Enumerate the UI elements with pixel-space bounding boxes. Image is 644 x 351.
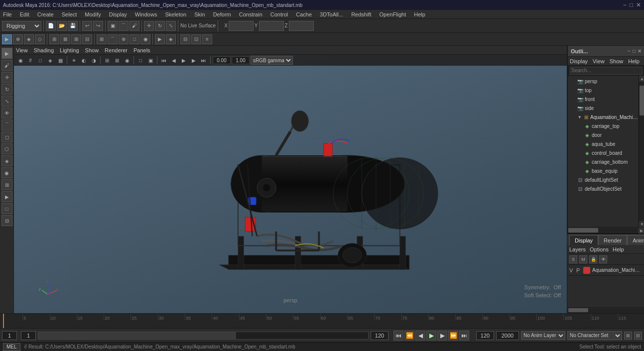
snap-view-btn[interactable]: ◉	[140, 34, 150, 44]
paint-select-tool[interactable]: 🖌	[1, 60, 12, 71]
outliner-restore-btn[interactable]: □	[633, 48, 636, 54]
outliner-vscroll-thumb[interactable]	[640, 86, 644, 116]
rotate-tool[interactable]: ↻	[1, 84, 12, 95]
menu-modify[interactable]: Modify	[84, 11, 102, 17]
menu-constrain[interactable]: Constrain	[238, 11, 263, 17]
tree-item-aquamation[interactable]: ▼ ⊞ Aquamation_Machine_C...	[568, 113, 639, 121]
light1-btn[interactable]: ☀	[69, 56, 78, 65]
open-file-btn[interactable]: 📂	[57, 21, 67, 31]
anim-tool[interactable]: ▶	[1, 191, 12, 202]
skip-start-btn[interactable]: ⏮	[393, 331, 403, 341]
undo-btn[interactable]: ↩	[82, 21, 92, 31]
menu-file[interactable]: File	[2, 11, 13, 17]
play-fwd-btn[interactable]: ▶	[426, 331, 436, 341]
curve-tool[interactable]: ⌒	[1, 119, 12, 130]
close-button[interactable]: ✕	[636, 1, 641, 8]
scale-btn[interactable]: ⊞	[71, 34, 81, 44]
vscroll-down-btn[interactable]: ▼	[639, 221, 644, 227]
playback-speed-input[interactable]: 2000	[496, 331, 519, 340]
next-key-btn[interactable]: ▶	[189, 56, 198, 65]
render-tool[interactable]: □	[1, 203, 12, 214]
surface-tool[interactable]: ◻	[1, 131, 12, 142]
light3-btn[interactable]: ◑	[89, 56, 98, 65]
node-editor-btn[interactable]: ⊡	[191, 34, 201, 44]
ipr-btn[interactable]: ◈	[166, 34, 176, 44]
prev-frame-btn[interactable]: ◀	[415, 331, 425, 341]
show-hide-tool[interactable]: 👁	[1, 108, 12, 118]
hscroll-thumb[interactable]	[568, 228, 598, 233]
char-set-select[interactable]: No Character Set	[567, 331, 622, 340]
x-field[interactable]	[229, 21, 254, 31]
vscroll-up-btn[interactable]: ▲	[639, 76, 644, 82]
rotate-tool-btn[interactable]: ↻	[155, 21, 165, 31]
channel-hscroll[interactable]	[567, 307, 644, 313]
render-btn[interactable]: ▶	[155, 34, 165, 44]
tree-item-carriage-bottom[interactable]: ◈ carriage_bottom	[568, 157, 639, 166]
menu-3dtoall[interactable]: 3DToAll...	[319, 11, 344, 17]
lasso-tool-btn[interactable]: ⌒	[119, 21, 129, 31]
maximize-button[interactable]: □	[630, 1, 633, 8]
anim-tab[interactable]: Anim	[627, 235, 644, 245]
select-tool[interactable]: ▶	[1, 48, 12, 59]
software-btn[interactable]: ▣	[146, 56, 155, 65]
menu-control[interactable]: Control	[269, 11, 289, 17]
vp-menu-view[interactable]: View	[16, 47, 28, 53]
hardware-btn[interactable]: □	[136, 56, 145, 65]
menu-display[interactable]: Display	[108, 11, 128, 17]
channels-menu-layers[interactable]: Layers	[569, 246, 586, 252]
tree-item-top[interactable]: 📷 top	[568, 86, 639, 95]
menu-skin[interactable]: Skin	[193, 11, 206, 17]
vp-menu-show[interactable]: Show	[85, 47, 99, 53]
menu-edit[interactable]: Edit	[19, 11, 30, 17]
new-file-btn[interactable]: 📄	[46, 21, 56, 31]
tree-item-side[interactable]: 📷 side	[568, 104, 639, 113]
vp-menu-panels[interactable]: Panels	[133, 47, 150, 53]
play-btn[interactable]: ▶	[179, 56, 188, 65]
char-set-btn1[interactable]: ⊞	[624, 332, 632, 340]
show-all-btn[interactable]: ⊞	[103, 56, 112, 65]
menu-select[interactable]: Select	[61, 11, 78, 17]
channel-mute-btn[interactable]: M	[579, 255, 587, 263]
menu-deform[interactable]: Deform	[212, 11, 232, 17]
minimize-button[interactable]: −	[623, 1, 627, 8]
channels-menu-help[interactable]: Help	[613, 246, 624, 252]
vp-menu-renderer[interactable]: Renderer	[105, 47, 128, 53]
select-hierarchy-btn[interactable]: ⊕	[13, 34, 23, 44]
tree-item-default-object-set[interactable]: ⊡ defaultObjectSet	[568, 184, 639, 193]
vp-menu-shading[interactable]: Shading	[34, 47, 54, 53]
paint-select-btn[interactable]: 🖌	[129, 21, 139, 31]
char-set-btn2[interactable]: ⊟	[634, 332, 642, 340]
scale-tool-btn[interactable]: ⤡	[166, 21, 176, 31]
next-frame-btn[interactable]: ⏭	[199, 56, 208, 65]
hscroll-right-btn[interactable]: ▶	[639, 228, 644, 234]
select-tool-btn[interactable]: ▣	[108, 21, 118, 31]
polygon-tool[interactable]: ⬡	[1, 143, 12, 154]
render-tab[interactable]: Render	[598, 235, 627, 245]
anim-layer-select[interactable]: No Anim Layer	[521, 331, 565, 340]
tree-item-base-equip[interactable]: ◈ base_equip	[568, 166, 639, 175]
prev-key-btn[interactable]: ⏪	[404, 331, 414, 341]
tree-item-door[interactable]: ◈ door	[568, 130, 639, 139]
menu-create[interactable]: Create	[36, 11, 55, 17]
move-tool-btn[interactable]: ✛	[144, 21, 154, 31]
tree-item-default-light-set[interactable]: ⊡ defaultLightSet	[568, 175, 639, 184]
channel-hscroll-thumb[interactable]	[568, 308, 588, 312]
misc-tool[interactable]: ⊟	[1, 215, 12, 226]
next-key-btn[interactable]: ⏩	[448, 331, 458, 341]
menu-help[interactable]: Help	[413, 11, 426, 17]
outliner-search-input[interactable]	[570, 67, 643, 75]
next-frame-btn[interactable]: ▶	[437, 331, 447, 341]
range-slider[interactable]	[38, 332, 369, 340]
gamma-field[interactable]: 1.00	[232, 56, 250, 64]
tree-item-front[interactable]: 📷 front	[568, 95, 639, 104]
snap-curve-btn[interactable]: ⌒	[108, 34, 118, 44]
hide-sel-btn[interactable]: ⊠	[113, 56, 122, 65]
light2-btn[interactable]: ◐	[79, 56, 88, 65]
move-btn[interactable]: ⊞	[49, 34, 59, 44]
timeline-ruler[interactable]: 5 10 15 20 25 30 35 40 45 50 55 60 65 70…	[0, 314, 644, 328]
snap-grid-btn[interactable]: ⊞	[97, 34, 107, 44]
start-frame-input[interactable]: 1	[2, 331, 17, 340]
current-frame-input[interactable]: 1	[21, 331, 36, 340]
viewport-content[interactable]: ◉ # □ ◈ ▦ ☀ ◐ ◑ ⊞ ⊠ ◉ □ ▣ ⏮ ◀ ▶	[14, 55, 567, 313]
tree-item-carriage-top[interactable]: ◈ carriage_top	[568, 121, 639, 130]
